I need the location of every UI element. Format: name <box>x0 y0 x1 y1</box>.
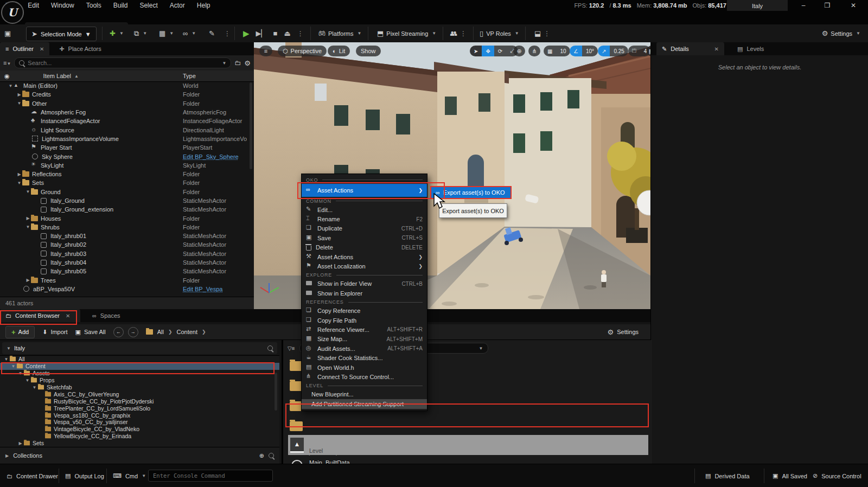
source-control-button[interactable]: ⊘Source Control <box>813 464 861 487</box>
context-menu-item[interactable]: Asset Localization ❯ <box>302 261 427 271</box>
tab-levels[interactable]: ▤ Levels <box>732 42 769 55</box>
outliner-row[interactable]: ▼ Shrubs Folder <box>0 223 254 232</box>
brush-icon[interactable]: ✎ <box>209 24 215 42</box>
outliner-row[interactable]: Sky Sphere Edit BP_Sky_Sphere <box>0 152 254 161</box>
outliner-row[interactable]: Italy_Ground StaticMeshActor <box>0 196 254 205</box>
context-menu-item[interactable]: Show in Folder View CTRL+B <box>302 279 427 289</box>
collaborators-icon[interactable]: 👥︎⋮ <box>450 24 467 42</box>
selection-mode-dropdown[interactable]: ➤ Selection Mode▼ <box>26 27 97 41</box>
folder-tree-row[interactable]: Vespa_ss180_CC_by_graphix <box>0 412 279 419</box>
menu-help[interactable]: Help <box>192 2 216 9</box>
context-menu-item[interactable]: Delete DELETE <box>302 243 427 252</box>
perspective-dropdown[interactable]: ⬡Perspective <box>278 46 327 56</box>
menu-select[interactable]: Select <box>134 2 163 9</box>
derived-data-button[interactable]: ▤Derived Data <box>705 464 750 487</box>
context-menu-item[interactable]: Shader Cook Statistics... <box>302 353 427 362</box>
expander-icon[interactable]: ▼ <box>16 101 22 106</box>
outliner-row[interactable]: ▼ Other Folder <box>0 99 254 108</box>
context-menu-item[interactable]: Edit... <box>302 205 427 214</box>
context-menu-item[interactable]: Reference Viewer... ALT+SHIFT+R <box>302 325 427 334</box>
platforms-dropdown[interactable]: 🎮︎Platforms▼ <box>318 24 361 42</box>
context-menu-item[interactable]: New Blueprint... <box>302 390 427 399</box>
context-menu-item[interactable]: Save CTRL+S <box>302 233 427 242</box>
outliner-row[interactable]: Italy_shrub02 StaticMeshActor <box>0 240 254 249</box>
folder-tree-row[interactable]: YellowBicycle_CC_by_Erinada <box>0 433 279 440</box>
show-dropdown[interactable]: Show <box>356 46 381 56</box>
settings-dropdown[interactable]: ⚙Settings▼ <box>822 24 860 42</box>
eject-button[interactable]: ⏏ <box>284 29 290 37</box>
surface-snap-icon[interactable]: ⋔ <box>528 46 540 56</box>
context-menu-item[interactable]: REFERENCES <box>302 298 427 306</box>
context-menu-item[interactable]: Copy File Path <box>302 316 427 325</box>
folder-tree-row[interactable]: ▼ Assets <box>0 370 279 377</box>
folder-tree-row[interactable]: TreePlanter_CC_by_LordSamueliSolo <box>0 405 279 412</box>
outliner-row[interactable]: Italy_shrub05 StaticMeshActor <box>0 267 254 275</box>
folder-tree-row[interactable]: VintageBicycle_CC_by_VladNeko <box>0 426 279 433</box>
context-menu-item[interactable]: Copy Reference <box>302 306 427 316</box>
outliner-row[interactable]: Italy_shrub03 StaticMeshActor <box>0 249 254 258</box>
scale-snap-control[interactable]: ↗ 0.25 <box>598 46 628 56</box>
folder-tree-row[interactable]: RustyBicycle_CC_by_PiotrPjotDyderski <box>0 398 279 405</box>
tab-details[interactable]: ✎ Details ✕ <box>656 42 724 55</box>
crumb-content[interactable]: Content <box>177 329 198 335</box>
expander-icon[interactable]: ▼ <box>17 371 23 376</box>
context-menu-item[interactable]: Connect To Source Control... <box>302 372 427 381</box>
context-menu-item[interactable]: COMMON <box>302 197 427 205</box>
outliner-row[interactable]: Italy_shrub01 StaticMeshActor <box>0 232 254 240</box>
tab-place-actors[interactable]: ✚ Place Actors <box>54 42 106 55</box>
add-actor-dropdown[interactable]: ✚▼ <box>110 24 124 42</box>
context-menu-item[interactable]: Show in Explorer <box>302 289 427 298</box>
search-icon[interactable] <box>269 453 274 458</box>
blueprints-dropdown[interactable]: ⧉▼ <box>134 24 147 42</box>
pixel-streaming-dropdown[interactable]: ⬒Pixel Streaming▼ <box>377 24 436 42</box>
expander-icon[interactable]: ▶ <box>16 92 22 97</box>
virtual-camera-icon[interactable]: ⬓⋮ <box>534 24 550 42</box>
rotation-snap-control[interactable]: ∠ 10° <box>570 46 598 56</box>
context-menu-item[interactable]: EXPLORE <box>302 271 427 279</box>
expander-icon[interactable]: ▼ <box>3 357 9 362</box>
expander-icon[interactable]: ▼ <box>24 378 30 383</box>
expander-icon[interactable]: ▼ <box>8 84 14 88</box>
save-icon[interactable]: ▣ <box>4 24 11 42</box>
crumb-all[interactable]: All <box>157 329 164 335</box>
play-button[interactable]: ▶ <box>243 29 250 39</box>
collections-label[interactable]: Collections <box>13 452 42 459</box>
outliner-row[interactable]: Light Source DirectionalLight <box>0 125 254 134</box>
vp-roles-dropdown[interactable]: ▯VP Roles▼ <box>480 24 519 42</box>
add-collection-icon[interactable]: ⊕ <box>259 452 264 459</box>
context-menu-item[interactable]: Asset Actions ❯ <box>302 184 427 197</box>
outliner-settings-icon[interactable]: ⚙ <box>244 59 251 67</box>
grid-snap-control[interactable]: ▦ 10 <box>544 46 570 56</box>
search-icon[interactable] <box>267 345 273 351</box>
cinematics-dropdown[interactable]: ▦▼ <box>159 24 174 42</box>
folder-tree-row[interactable]: Axis_CC_by_OliverYeung <box>0 390 279 398</box>
select-tool-icon[interactable]: ➤ <box>470 46 482 56</box>
frame-skip-button[interactable]: ▶▏ <box>256 29 267 37</box>
stop-button[interactable]: ■ <box>273 29 278 37</box>
maximize-button[interactable]: ❐ <box>818 0 837 11</box>
lit-dropdown[interactable]: ◐Lit <box>328 46 350 56</box>
cmd-dropdown[interactable]: ⌨︎Cmd ▼ <box>113 464 146 487</box>
outliner-row[interactable]: aBP_Vespa50V Edit BP_Vespa <box>0 285 254 293</box>
output-log-button[interactable]: ▤Output Log <box>65 464 104 487</box>
close-tab-icon[interactable]: ✕ <box>66 313 70 319</box>
menu-tools[interactable]: Tools <box>81 2 107 9</box>
content-drawer-button[interactable]: 🗀︎Content Drawer <box>7 464 58 487</box>
filter-icon[interactable]: ≡▼ <box>3 60 11 66</box>
move-tool-icon[interactable]: ✥ <box>482 46 494 56</box>
outliner-row[interactable]: LightmassImportanceVolume LightmassImpor… <box>0 134 254 143</box>
folder-tree-row[interactable]: ▼ All <box>0 356 279 363</box>
chevron-down-icon[interactable]: ▼ <box>222 61 226 66</box>
expander-icon[interactable]: ▼ <box>25 225 31 229</box>
outliner-row[interactable]: Atmospheric Fog AtmosphericFog <box>0 108 254 117</box>
play-options-dots[interactable]: ⋮ <box>297 30 304 37</box>
toolbar-overflow-dots[interactable]: ⋮ <box>224 24 231 42</box>
all-saved-button[interactable]: ▣All Saved <box>773 464 807 487</box>
outliner-row[interactable]: SkyLight SkyLight <box>0 161 254 170</box>
menu-window[interactable]: Window <box>46 2 80 9</box>
tab-spaces[interactable]: ∞ Spaces <box>87 309 126 322</box>
menu-actor[interactable]: Actor <box>164 2 190 9</box>
context-menu-item[interactable]: Audit Assets... ALT+SHIFT+A <box>302 344 427 353</box>
expander-icon[interactable]: ▼ <box>31 385 37 390</box>
outliner-column-headers[interactable]: ◉ Item Label ▲ Type <box>0 71 254 82</box>
